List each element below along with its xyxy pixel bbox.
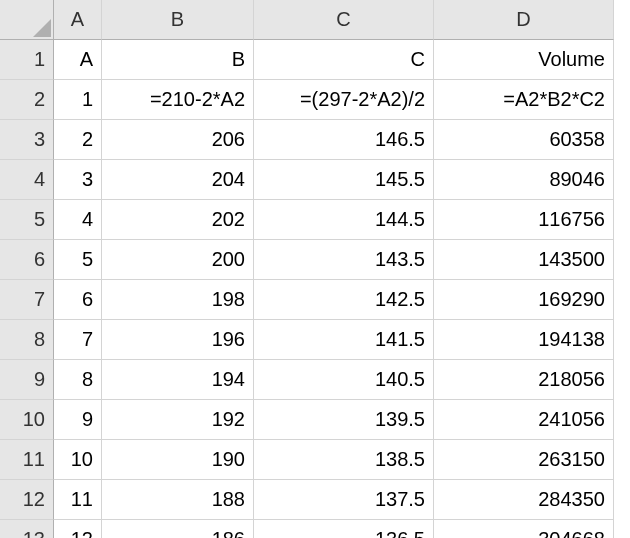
row-header-12[interactable]: 12 <box>0 480 54 520</box>
cell-A13[interactable]: 12 <box>54 520 102 538</box>
cell-B7[interactable]: 198 <box>102 280 254 320</box>
row-header-6[interactable]: 6 <box>0 240 54 280</box>
cell-B10[interactable]: 192 <box>102 400 254 440</box>
cell-A5[interactable]: 4 <box>54 200 102 240</box>
cell-D8[interactable]: 194138 <box>434 320 614 360</box>
row-header-8[interactable]: 8 <box>0 320 54 360</box>
cell-C13[interactable]: 136.5 <box>254 520 434 538</box>
cell-C2[interactable]: =(297-2*A2)/2 <box>254 80 434 120</box>
col-header-D[interactable]: D <box>434 0 614 40</box>
cell-A6[interactable]: 5 <box>54 240 102 280</box>
cell-A9[interactable]: 8 <box>54 360 102 400</box>
cell-A2[interactable]: 1 <box>54 80 102 120</box>
spreadsheet-grid: A B C D 1 A B C Volume 2 1 =210-2*A2 =(2… <box>0 0 630 538</box>
cell-B12[interactable]: 188 <box>102 480 254 520</box>
row-header-3[interactable]: 3 <box>0 120 54 160</box>
cell-A3[interactable]: 2 <box>54 120 102 160</box>
cell-B4[interactable]: 204 <box>102 160 254 200</box>
cell-D2[interactable]: =A2*B2*C2 <box>434 80 614 120</box>
cell-B2[interactable]: =210-2*A2 <box>102 80 254 120</box>
cell-C7[interactable]: 142.5 <box>254 280 434 320</box>
row-header-2[interactable]: 2 <box>0 80 54 120</box>
row-header-9[interactable]: 9 <box>0 360 54 400</box>
col-header-A[interactable]: A <box>54 0 102 40</box>
cell-B8[interactable]: 196 <box>102 320 254 360</box>
col-header-C[interactable]: C <box>254 0 434 40</box>
cell-A11[interactable]: 10 <box>54 440 102 480</box>
cell-C10[interactable]: 139.5 <box>254 400 434 440</box>
cell-B3[interactable]: 206 <box>102 120 254 160</box>
cell-C1[interactable]: C <box>254 40 434 80</box>
row-header-1[interactable]: 1 <box>0 40 54 80</box>
row-header-7[interactable]: 7 <box>0 280 54 320</box>
cell-B13[interactable]: 186 <box>102 520 254 538</box>
cell-B11[interactable]: 190 <box>102 440 254 480</box>
row-header-4[interactable]: 4 <box>0 160 54 200</box>
cell-C12[interactable]: 137.5 <box>254 480 434 520</box>
cell-C8[interactable]: 141.5 <box>254 320 434 360</box>
cell-B6[interactable]: 200 <box>102 240 254 280</box>
cell-C5[interactable]: 144.5 <box>254 200 434 240</box>
cell-D7[interactable]: 169290 <box>434 280 614 320</box>
cell-D9[interactable]: 218056 <box>434 360 614 400</box>
cell-D1[interactable]: Volume <box>434 40 614 80</box>
col-header-B[interactable]: B <box>102 0 254 40</box>
cell-C6[interactable]: 143.5 <box>254 240 434 280</box>
cell-A1[interactable]: A <box>54 40 102 80</box>
row-header-10[interactable]: 10 <box>0 400 54 440</box>
cell-C4[interactable]: 145.5 <box>254 160 434 200</box>
cell-D6[interactable]: 143500 <box>434 240 614 280</box>
cell-D11[interactable]: 263150 <box>434 440 614 480</box>
cell-B9[interactable]: 194 <box>102 360 254 400</box>
select-all-triangle-icon <box>33 19 51 37</box>
cell-B1[interactable]: B <box>102 40 254 80</box>
cell-C11[interactable]: 138.5 <box>254 440 434 480</box>
cell-D5[interactable]: 116756 <box>434 200 614 240</box>
cell-A12[interactable]: 11 <box>54 480 102 520</box>
cell-D12[interactable]: 284350 <box>434 480 614 520</box>
select-all-corner[interactable] <box>0 0 54 40</box>
cell-D13[interactable]: 304668 <box>434 520 614 538</box>
row-header-11[interactable]: 11 <box>0 440 54 480</box>
cell-A8[interactable]: 7 <box>54 320 102 360</box>
cell-A4[interactable]: 3 <box>54 160 102 200</box>
cell-D10[interactable]: 241056 <box>434 400 614 440</box>
row-header-5[interactable]: 5 <box>0 200 54 240</box>
svg-marker-0 <box>33 19 51 37</box>
cell-A7[interactable]: 6 <box>54 280 102 320</box>
cell-A10[interactable]: 9 <box>54 400 102 440</box>
cell-C9[interactable]: 140.5 <box>254 360 434 400</box>
cell-D4[interactable]: 89046 <box>434 160 614 200</box>
cell-D3[interactable]: 60358 <box>434 120 614 160</box>
cell-C3[interactable]: 146.5 <box>254 120 434 160</box>
row-header-13[interactable]: 13 <box>0 520 54 538</box>
cell-B5[interactable]: 202 <box>102 200 254 240</box>
